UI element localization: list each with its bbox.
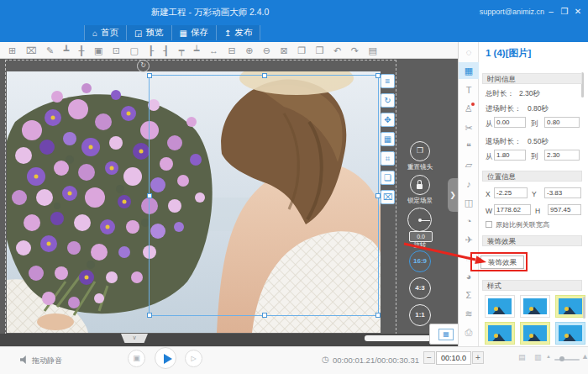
timeline-view-small-icon[interactable]: ▤ (518, 353, 526, 361)
minimize-button[interactable]: – (544, 0, 558, 24)
ungroup-icon[interactable]: ⊡ (113, 42, 120, 59)
undo-icon[interactable]: ↶ (333, 42, 341, 59)
align-bottom-icon[interactable]: ┷ (194, 42, 200, 59)
aspect-ratio-checkbox[interactable] (486, 221, 492, 228)
record-tool-icon[interactable]: ◫ (459, 194, 479, 211)
settings-form-icon[interactable]: ▤ (368, 42, 376, 59)
redo-icon[interactable]: ↷ (351, 42, 359, 59)
group-icon[interactable]: ▣ (94, 42, 102, 59)
paste-icon[interactable]: ❒ (316, 42, 324, 59)
ratio-4-3-button[interactable]: 4:3 (409, 277, 431, 299)
thumbnail-image-icon: ▦ (438, 329, 454, 340)
enter-to-input[interactable] (544, 117, 580, 128)
marquee-icon[interactable]: ▢ (130, 42, 139, 59)
enter-from-input[interactable] (494, 117, 526, 128)
exit-from-input[interactable] (494, 150, 526, 161)
close-button[interactable]: ✕ (571, 0, 585, 24)
panel-collapse-handle[interactable]: ❯ (448, 178, 458, 212)
element-replace-image-icon[interactable]: ▦ (381, 132, 395, 146)
align-left-icon[interactable]: ┠ (148, 42, 154, 59)
distribute-icon[interactable]: ↔ (209, 42, 218, 59)
play-button[interactable] (155, 347, 176, 369)
timeline-collapse-tab[interactable]: ∨ (121, 334, 148, 343)
selection-handle-w[interactable] (147, 193, 152, 198)
h-input[interactable] (548, 204, 581, 215)
style-thumbnail-5[interactable] (520, 322, 550, 345)
element-settings-icon[interactable]: ≡ (381, 74, 395, 88)
style-thumbnail-1[interactable] (485, 295, 515, 318)
same-size-icon[interactable]: ⊟ (228, 42, 235, 59)
gesture-tool-icon[interactable]: ☝ (459, 250, 479, 266)
animation-tool-icon[interactable]: ✈ (459, 231, 479, 248)
thumbnail-panel-toggle[interactable]: ▦ (429, 324, 458, 345)
selection-handle-n[interactable] (262, 73, 267, 78)
callout-tool-icon[interactable]: ❝ (459, 138, 479, 155)
save-button[interactable]: ▦ 保存 (172, 25, 217, 40)
delete-icon[interactable]: ⌧ (26, 42, 37, 59)
character-tool-icon[interactable]: ♙ (459, 100, 479, 117)
water-effect-tool-icon[interactable]: ≋ (459, 305, 479, 322)
music-tool-icon[interactable]: ♪ (459, 176, 479, 192)
zoom-out-icon[interactable]: ⊖ (263, 42, 270, 59)
effect-tool-icon[interactable]: ✂ (459, 119, 479, 136)
decoration-effect-button[interactable]: 装饰效果 (480, 255, 524, 269)
timer-tool-icon[interactable]: ◕ (459, 268, 479, 285)
selection-handle-s[interactable] (262, 313, 267, 318)
duration-minus-button[interactable]: − (423, 351, 435, 364)
play-from-here-button[interactable]: ▷ (185, 350, 202, 367)
selection-handle-se[interactable] (375, 313, 381, 318)
align-middle-vertical-icon[interactable]: ╂ (79, 42, 85, 59)
reset-camera-button[interactable]: ❐ (410, 141, 430, 161)
preview-button[interactable]: ◲ 预览 (127, 25, 171, 40)
selection-box[interactable] (149, 75, 379, 316)
timeline-view-large-icon[interactable]: ▥ (534, 353, 542, 361)
rotate-handle-icon[interactable]: ↻ (137, 60, 150, 72)
element-animation-icon[interactable]: ↻ (381, 93, 395, 108)
ratio-16-9-button[interactable]: 16:9 (409, 250, 431, 272)
library-tool-icon[interactable]: ▱ (459, 156, 479, 173)
y-input[interactable] (544, 187, 581, 198)
style-scrollbar[interactable] (583, 297, 585, 319)
preview-frame-button[interactable]: ▣ (128, 350, 145, 367)
image-tool-icon[interactable]: ▦ (459, 62, 479, 79)
publish-button[interactable]: ↥ 发布 (217, 25, 260, 40)
align-center-horizontal-icon[interactable]: ┻ (64, 42, 70, 59)
speaker-icon[interactable] (20, 356, 29, 364)
home-button[interactable]: ⌂ 首页 (84, 25, 127, 40)
w-input[interactable] (494, 204, 531, 215)
ratio-1-1-button[interactable]: 1:1 (409, 304, 431, 326)
timeline-zoom-thumb[interactable] (559, 356, 564, 361)
exit-to-input[interactable] (544, 150, 580, 161)
rotation-dial[interactable] (407, 208, 432, 232)
duration-plus-button[interactable]: + (472, 351, 484, 364)
text-tool-icon[interactable]: T (459, 82, 479, 98)
lock-icon[interactable]: ⊠ (281, 42, 288, 59)
total-duration-label: 总时长： (486, 89, 514, 99)
element-expand-icon[interactable]: ✥ (381, 113, 395, 127)
zoom-in-icon[interactable]: ⊕ (245, 42, 253, 59)
copy-icon[interactable]: ❐ (297, 42, 306, 59)
align-right-icon[interactable]: ┨ (164, 42, 170, 59)
chart-tool-icon[interactable]: ◔ (459, 213, 479, 229)
align-top-icon[interactable]: ┯ (179, 42, 185, 59)
scene-duration-input[interactable] (436, 351, 471, 365)
lock-scene-button[interactable] (410, 175, 430, 195)
element-layer-icon[interactable]: ❏ (381, 171, 395, 185)
select-export-icon[interactable]: ⊞ (8, 42, 16, 59)
shape-tool-icon[interactable]: ◌ (459, 44, 479, 61)
style-thumbnail-6[interactable] (555, 322, 585, 345)
timeline-zoom-slider[interactable] (554, 359, 580, 361)
element-crop-icon[interactable]: ⌗ (381, 151, 395, 166)
print-tool-icon[interactable]: ⎙ (459, 324, 479, 340)
element-delete-icon[interactable]: ⌧ (381, 190, 395, 204)
style-thumbnail-3[interactable] (555, 295, 585, 318)
mute-label: 拖动静音 (32, 356, 62, 366)
maximize-button[interactable]: ❐ (558, 0, 571, 24)
selection-handle-nw[interactable] (147, 73, 152, 78)
selection-handle-sw[interactable] (147, 313, 152, 318)
style-thumbnail-2[interactable] (520, 295, 550, 318)
x-input[interactable] (494, 187, 528, 198)
format-brush-icon[interactable]: ✎ (46, 42, 54, 59)
formula-tool-icon[interactable]: Σ (459, 287, 479, 303)
style-thumbnail-4[interactable] (485, 322, 515, 345)
